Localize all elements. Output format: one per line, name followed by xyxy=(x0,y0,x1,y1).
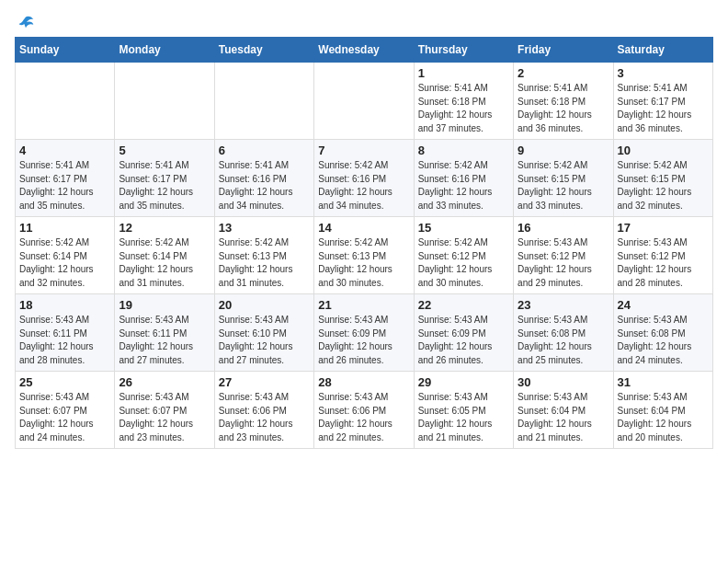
day-cell: 2Sunrise: 5:41 AM Sunset: 6:18 PM Daylig… xyxy=(514,63,613,140)
header-saturday: Saturday xyxy=(613,38,712,63)
day-cell: 3Sunrise: 5:41 AM Sunset: 6:17 PM Daylig… xyxy=(613,63,712,140)
day-cell: 26Sunrise: 5:43 AM Sunset: 6:07 PM Dayli… xyxy=(115,372,214,449)
day-info: Sunrise: 5:43 AM Sunset: 6:04 PM Dayligh… xyxy=(518,391,609,444)
day-number: 22 xyxy=(418,298,509,312)
day-info: Sunrise: 5:42 AM Sunset: 6:14 PM Dayligh… xyxy=(119,236,210,290)
day-number: 24 xyxy=(618,298,709,312)
day-cell: 21Sunrise: 5:43 AM Sunset: 6:09 PM Dayli… xyxy=(314,294,414,372)
day-info: Sunrise: 5:42 AM Sunset: 6:15 PM Dayligh… xyxy=(618,159,709,213)
day-number: 1 xyxy=(418,66,509,80)
day-number: 27 xyxy=(219,375,310,389)
day-cell: 11Sunrise: 5:42 AM Sunset: 6:14 PM Dayli… xyxy=(16,217,115,294)
day-info: Sunrise: 5:41 AM Sunset: 6:17 PM Dayligh… xyxy=(19,159,110,213)
day-number: 7 xyxy=(318,144,409,157)
day-number: 15 xyxy=(418,221,509,235)
day-cell: 31Sunrise: 5:43 AM Sunset: 6:04 PM Dayli… xyxy=(613,372,712,449)
day-info: Sunrise: 5:41 AM Sunset: 6:18 PM Dayligh… xyxy=(518,82,609,135)
day-number: 25 xyxy=(19,375,110,389)
day-cell xyxy=(115,63,214,140)
day-cell: 1Sunrise: 5:41 AM Sunset: 6:18 PM Daylig… xyxy=(414,63,513,140)
day-cell: 10Sunrise: 5:42 AM Sunset: 6:15 PM Dayli… xyxy=(613,140,712,217)
header-wednesday: Wednesday xyxy=(314,38,414,63)
day-number: 11 xyxy=(19,221,110,235)
day-info: Sunrise: 5:43 AM Sunset: 6:12 PM Dayligh… xyxy=(618,236,709,290)
day-cell: 8Sunrise: 5:42 AM Sunset: 6:16 PM Daylig… xyxy=(414,140,513,217)
day-cell: 5Sunrise: 5:41 AM Sunset: 6:17 PM Daylig… xyxy=(115,140,214,217)
header-thursday: Thursday xyxy=(414,38,513,63)
day-number: 13 xyxy=(219,221,310,235)
day-info: Sunrise: 5:42 AM Sunset: 6:16 PM Dayligh… xyxy=(418,159,509,213)
day-info: Sunrise: 5:43 AM Sunset: 6:07 PM Dayligh… xyxy=(19,391,110,444)
day-info: Sunrise: 5:43 AM Sunset: 6:07 PM Dayligh… xyxy=(119,391,210,444)
day-number: 5 xyxy=(119,144,210,157)
day-info: Sunrise: 5:43 AM Sunset: 6:11 PM Dayligh… xyxy=(19,314,110,367)
header-row: SundayMondayTuesdayWednesdayThursdayFrid… xyxy=(16,38,713,63)
day-cell: 24Sunrise: 5:43 AM Sunset: 6:08 PM Dayli… xyxy=(613,294,712,372)
week-row-3: 11Sunrise: 5:42 AM Sunset: 6:14 PM Dayli… xyxy=(16,217,713,294)
day-cell: 13Sunrise: 5:42 AM Sunset: 6:13 PM Dayli… xyxy=(214,217,313,294)
day-info: Sunrise: 5:43 AM Sunset: 6:09 PM Dayligh… xyxy=(318,314,409,367)
day-info: Sunrise: 5:42 AM Sunset: 6:12 PM Dayligh… xyxy=(418,236,509,290)
day-info: Sunrise: 5:43 AM Sunset: 6:08 PM Dayligh… xyxy=(618,314,709,367)
header-monday: Monday xyxy=(115,38,214,63)
day-number: 9 xyxy=(518,144,609,157)
day-info: Sunrise: 5:41 AM Sunset: 6:17 PM Dayligh… xyxy=(119,159,210,213)
day-info: Sunrise: 5:43 AM Sunset: 6:04 PM Dayligh… xyxy=(618,391,709,444)
day-info: Sunrise: 5:41 AM Sunset: 6:18 PM Dayligh… xyxy=(418,82,509,135)
day-number: 26 xyxy=(119,375,210,389)
logo-bird-icon xyxy=(17,15,35,33)
day-number: 17 xyxy=(618,221,709,235)
day-number: 4 xyxy=(19,144,110,157)
week-row-1: 1Sunrise: 5:41 AM Sunset: 6:18 PM Daylig… xyxy=(16,63,713,140)
day-info: Sunrise: 5:41 AM Sunset: 6:17 PM Dayligh… xyxy=(618,82,709,135)
day-cell: 14Sunrise: 5:42 AM Sunset: 6:13 PM Dayli… xyxy=(314,217,414,294)
day-number: 3 xyxy=(618,66,709,80)
day-number: 19 xyxy=(119,298,210,312)
day-number: 12 xyxy=(119,221,210,235)
day-number: 20 xyxy=(219,298,310,312)
day-cell: 30Sunrise: 5:43 AM Sunset: 6:04 PM Dayli… xyxy=(514,372,613,449)
day-info: Sunrise: 5:43 AM Sunset: 6:06 PM Dayligh… xyxy=(219,391,310,444)
day-cell: 16Sunrise: 5:43 AM Sunset: 6:12 PM Dayli… xyxy=(514,217,613,294)
day-cell: 17Sunrise: 5:43 AM Sunset: 6:12 PM Dayli… xyxy=(613,217,712,294)
day-cell xyxy=(214,63,313,140)
day-number: 6 xyxy=(219,144,310,157)
day-cell xyxy=(314,63,414,140)
day-info: Sunrise: 5:43 AM Sunset: 6:08 PM Dayligh… xyxy=(518,314,609,367)
day-cell: 27Sunrise: 5:43 AM Sunset: 6:06 PM Dayli… xyxy=(214,372,313,449)
day-number: 30 xyxy=(518,375,609,389)
day-number: 14 xyxy=(318,221,409,235)
week-row-4: 18Sunrise: 5:43 AM Sunset: 6:11 PM Dayli… xyxy=(16,294,713,372)
day-info: Sunrise: 5:42 AM Sunset: 6:13 PM Dayligh… xyxy=(219,236,310,290)
day-number: 10 xyxy=(618,144,709,157)
day-cell: 15Sunrise: 5:42 AM Sunset: 6:12 PM Dayli… xyxy=(414,217,513,294)
logo-area xyxy=(15,15,35,29)
day-info: Sunrise: 5:43 AM Sunset: 6:11 PM Dayligh… xyxy=(119,314,210,367)
day-cell: 23Sunrise: 5:43 AM Sunset: 6:08 PM Dayli… xyxy=(514,294,613,372)
day-info: Sunrise: 5:42 AM Sunset: 6:14 PM Dayligh… xyxy=(19,236,110,290)
day-cell: 28Sunrise: 5:43 AM Sunset: 6:06 PM Dayli… xyxy=(314,372,414,449)
day-cell: 19Sunrise: 5:43 AM Sunset: 6:11 PM Dayli… xyxy=(115,294,214,372)
day-info: Sunrise: 5:43 AM Sunset: 6:09 PM Dayligh… xyxy=(418,314,509,367)
day-number: 8 xyxy=(418,144,509,157)
day-cell: 9Sunrise: 5:42 AM Sunset: 6:15 PM Daylig… xyxy=(514,140,613,217)
logo xyxy=(15,15,35,33)
day-cell: 29Sunrise: 5:43 AM Sunset: 6:05 PM Dayli… xyxy=(414,372,513,449)
day-number: 18 xyxy=(19,298,110,312)
day-cell: 4Sunrise: 5:41 AM Sunset: 6:17 PM Daylig… xyxy=(16,140,115,217)
day-number: 31 xyxy=(618,375,709,389)
day-info: Sunrise: 5:43 AM Sunset: 6:10 PM Dayligh… xyxy=(219,314,310,367)
day-info: Sunrise: 5:42 AM Sunset: 6:16 PM Dayligh… xyxy=(318,159,409,213)
day-cell xyxy=(16,63,115,140)
day-number: 21 xyxy=(318,298,409,312)
header-sunday: Sunday xyxy=(16,38,115,63)
day-number: 23 xyxy=(518,298,609,312)
day-cell: 6Sunrise: 5:41 AM Sunset: 6:16 PM Daylig… xyxy=(214,140,313,217)
day-info: Sunrise: 5:43 AM Sunset: 6:05 PM Dayligh… xyxy=(418,391,509,444)
page-header xyxy=(15,15,713,29)
week-row-5: 25Sunrise: 5:43 AM Sunset: 6:07 PM Dayli… xyxy=(16,372,713,449)
day-info: Sunrise: 5:43 AM Sunset: 6:06 PM Dayligh… xyxy=(318,391,409,444)
week-row-2: 4Sunrise: 5:41 AM Sunset: 6:17 PM Daylig… xyxy=(16,140,713,217)
day-info: Sunrise: 5:41 AM Sunset: 6:16 PM Dayligh… xyxy=(219,159,310,213)
day-cell: 20Sunrise: 5:43 AM Sunset: 6:10 PM Dayli… xyxy=(214,294,313,372)
